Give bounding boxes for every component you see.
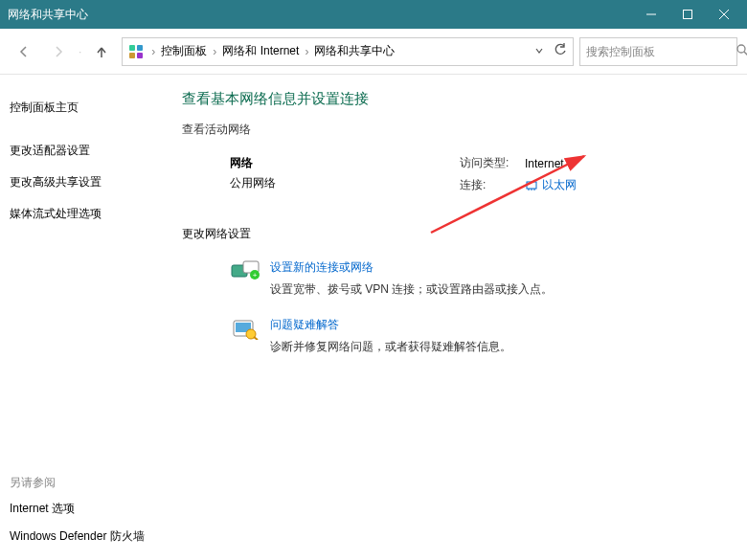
connection-name: 以太网 (542, 177, 577, 193)
minimize-button[interactable] (642, 5, 661, 24)
refresh-button[interactable] (554, 43, 567, 59)
nav-separator: · (79, 45, 81, 58)
setup-connection-icon: + (230, 259, 260, 282)
back-button[interactable] (10, 37, 38, 66)
close-button[interactable] (714, 5, 734, 24)
content-pane: 查看基本网络信息并设置连接 查看活动网络 网络 公用网络 访问类型: Inter… (172, 75, 747, 560)
active-networks-label: 查看活动网络 (182, 122, 737, 138)
sidebar: 控制面板主页 更改适配器设置 更改高级共享设置 媒体流式处理选项 另请参阅 In… (0, 75, 172, 560)
sidebar-footer-link[interactable]: Windows Defender 防火墙 (6, 523, 155, 550)
breadcrumb-item[interactable]: 网络和 Internet (222, 43, 299, 59)
network-name: 网络 (230, 155, 345, 171)
up-button[interactable] (87, 37, 116, 66)
connection-label: 连接: (460, 177, 525, 193)
breadcrumb-item[interactable]: 控制面板 (161, 43, 207, 59)
control-panel-home-link[interactable]: 控制面板主页 (6, 92, 155, 123)
chevron-right-icon: › (303, 45, 310, 58)
setup-connection-item: + 设置新的连接或网络 设置宽带、拨号或 VPN 连接；或设置路由器或接入点。 (182, 254, 737, 311)
title-bar: 网络和共享中心 (0, 0, 747, 29)
toolbar: · › 控制面板 › 网络和 Internet › 网络和共享中心 (0, 29, 747, 75)
window-title: 网络和共享中心 (8, 7, 642, 23)
troubleshoot-link[interactable]: 问题疑难解答 (270, 317, 511, 333)
search-box[interactable] (579, 37, 737, 66)
troubleshoot-icon (230, 317, 260, 340)
maximize-button[interactable] (678, 5, 697, 24)
svg-rect-4 (129, 45, 135, 51)
setup-connection-link[interactable]: 设置新的连接或网络 (270, 259, 553, 276)
svg-rect-1 (684, 11, 692, 19)
sidebar-link-media[interactable]: 媒体流式处理选项 (6, 198, 155, 230)
troubleshoot-desc: 诊断并修复网络问题，或者获得疑难解答信息。 (270, 339, 511, 355)
ethernet-icon (525, 179, 538, 192)
control-panel-icon (128, 44, 144, 59)
forward-button[interactable] (44, 37, 73, 66)
setup-connection-desc: 设置宽带、拨号或 VPN 连接；或设置路由器或接入点。 (270, 281, 553, 298)
change-settings-label: 更改网络设置 (182, 226, 737, 242)
svg-rect-10 (527, 182, 536, 189)
connection-link[interactable]: 以太网 (525, 177, 577, 193)
search-icon[interactable] (736, 43, 747, 59)
sidebar-link-sharing[interactable]: 更改高级共享设置 (6, 167, 155, 198)
page-heading: 查看基本网络信息并设置连接 (182, 90, 737, 108)
chevron-right-icon: › (211, 45, 218, 58)
troubleshoot-item: 问题疑难解答 诊断并修复网络问题，或者获得疑难解答信息。 (182, 311, 737, 369)
breadcrumb: › 控制面板 › 网络和 Internet › 网络和共享中心 (149, 43, 395, 59)
network-category: 公用网络 (230, 175, 345, 191)
history-dropdown-icon[interactable] (534, 45, 544, 58)
see-also-label: 另请参阅 (6, 471, 155, 495)
access-type-label: 访问类型: (460, 155, 525, 171)
access-type-value: Internet (525, 157, 577, 170)
svg-rect-7 (137, 53, 143, 58)
svg-rect-6 (129, 53, 135, 58)
main-area: 控制面板主页 更改适配器设置 更改高级共享设置 媒体流式处理选项 另请参阅 In… (0, 75, 747, 560)
svg-rect-5 (137, 45, 143, 51)
search-input[interactable] (586, 45, 730, 58)
sidebar-link-adapter[interactable]: 更改适配器设置 (6, 135, 155, 167)
svg-text:+: + (253, 271, 258, 280)
chevron-right-icon: › (149, 45, 157, 58)
breadcrumb-item[interactable]: 网络和共享中心 (314, 43, 395, 59)
window-controls (642, 5, 739, 24)
svg-point-8 (737, 45, 745, 53)
active-network-block: 网络 公用网络 访问类型: Internet 连接: 以太网 (182, 151, 737, 213)
sidebar-footer-link[interactable]: Internet 选项 (6, 495, 155, 523)
address-bar[interactable]: › 控制面板 › 网络和 Internet › 网络和共享中心 (122, 37, 574, 66)
svg-line-21 (254, 337, 258, 340)
